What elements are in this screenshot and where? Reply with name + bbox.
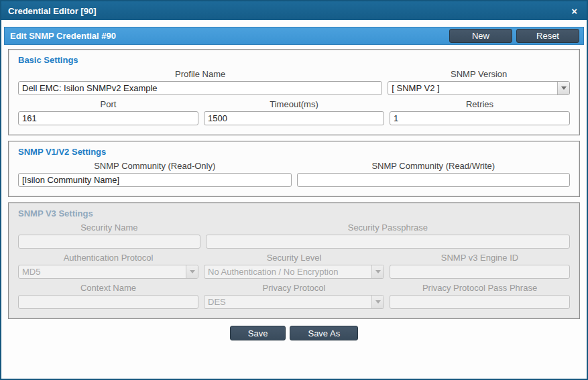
page-title: Edit SNMP Credential #90 — [10, 31, 116, 41]
profile-name-input[interactable] — [18, 81, 382, 95]
chevron-down-icon — [557, 82, 569, 94]
close-icon[interactable]: × — [569, 5, 580, 17]
community-ro-label: SNMP Community (Read-Only) — [18, 161, 292, 171]
header-buttons: New Reset — [449, 29, 579, 43]
v1v2-settings-row: SNMP Community (Read-Only) SNMP Communit… — [18, 161, 570, 187]
privacy-passphrase-field: Privacy Protocol Pass Phrase — [390, 283, 570, 309]
timeout-label: Timeout(ms) — [204, 99, 384, 109]
security-name-label: Security Name — [18, 223, 200, 233]
security-passphrase-input — [206, 235, 570, 249]
engine-id-input — [390, 265, 570, 279]
v3-settings-row-3: Context Name Privacy Protocol DES Privac… — [18, 283, 570, 309]
security-level-field: Security Level No Authentication / No En… — [204, 253, 384, 279]
retries-label: Retries — [390, 99, 570, 109]
v1v2-settings-title: SNMP V1/V2 Settings — [18, 147, 570, 157]
timeout-input[interactable] — [204, 111, 384, 125]
retries-input[interactable] — [390, 111, 570, 125]
new-button[interactable]: New — [449, 29, 512, 43]
community-ro-input[interactable] — [18, 173, 292, 187]
context-name-input — [18, 295, 198, 309]
security-level-label: Security Level — [204, 253, 384, 263]
dialog-body: Basic Settings Profile Name SNMP Version… — [1, 45, 587, 379]
context-name-field: Context Name — [18, 283, 198, 309]
privacy-passphrase-input — [390, 295, 570, 309]
community-rw-field: SNMP Community (Read/Write) — [297, 161, 571, 187]
port-field: Port — [18, 99, 198, 125]
titlebar: Credential Editor [90] × — [1, 1, 587, 20]
snmp-version-select[interactable]: [ SNMP V2 ] — [388, 81, 570, 95]
snmp-version-field: SNMP Version [ SNMP V2 ] — [388, 69, 570, 95]
port-label: Port — [18, 99, 198, 109]
basic-settings-row-1: Profile Name SNMP Version [ SNMP V2 ] — [18, 69, 570, 95]
security-level-select: No Authentication / No Encryption — [204, 265, 384, 279]
privacy-protocol-field: Privacy Protocol DES — [204, 283, 384, 309]
header-bar: Edit SNMP Credential #90 New Reset — [4, 27, 584, 45]
chevron-down-icon — [371, 296, 384, 308]
context-name-label: Context Name — [18, 283, 198, 293]
port-input[interactable] — [18, 111, 198, 125]
privacy-protocol-select: DES — [204, 295, 384, 309]
privacy-passphrase-label: Privacy Protocol Pass Phrase — [390, 283, 570, 293]
security-name-input — [18, 235, 200, 249]
v3-settings-section: SNMP V3 Settings Security Name Security … — [8, 202, 580, 319]
security-name-field: Security Name — [18, 223, 200, 249]
snmp-version-label: SNMP Version — [388, 69, 570, 79]
community-rw-input[interactable] — [297, 173, 571, 187]
basic-settings-title: Basic Settings — [18, 55, 570, 65]
snmp-version-value: [ SNMP V2 ] — [388, 83, 443, 93]
engine-id-label: SNMP v3 Engine ID — [390, 253, 570, 263]
timeout-field: Timeout(ms) — [204, 99, 384, 125]
profile-name-field: Profile Name — [18, 69, 382, 95]
v3-settings-row-2: Authentication Protocol MD5 Security Lev… — [18, 253, 570, 279]
security-passphrase-field: Security Passphrase — [206, 223, 570, 249]
footer-buttons: Save Save As — [8, 324, 580, 350]
chevron-down-icon — [186, 265, 198, 278]
privacy-protocol-value: DES — [204, 297, 229, 307]
credential-editor-window: Credential Editor [90] × Edit SNMP Crede… — [0, 0, 588, 380]
v1v2-settings-section: SNMP V1/V2 Settings SNMP Community (Read… — [8, 141, 580, 197]
save-as-button[interactable]: Save As — [290, 326, 358, 340]
community-ro-field: SNMP Community (Read-Only) — [18, 161, 292, 187]
profile-name-label: Profile Name — [18, 69, 382, 79]
save-button[interactable]: Save — [230, 326, 286, 340]
privacy-protocol-label: Privacy Protocol — [204, 283, 384, 293]
basic-settings-row-2: Port Timeout(ms) Retries — [18, 99, 570, 125]
engine-id-field: SNMP v3 Engine ID — [390, 253, 570, 279]
security-level-value: No Authentication / No Encryption — [204, 267, 341, 277]
chevron-down-icon — [371, 265, 384, 278]
reset-button[interactable]: Reset — [516, 29, 579, 43]
security-passphrase-label: Security Passphrase — [206, 223, 570, 233]
auth-protocol-select: MD5 — [18, 265, 198, 279]
retries-field: Retries — [390, 99, 570, 125]
v3-settings-title: SNMP V3 Settings — [18, 208, 570, 218]
community-rw-label: SNMP Community (Read/Write) — [297, 161, 571, 171]
v3-settings-row-1: Security Name Security Passphrase — [18, 223, 570, 249]
basic-settings-section: Basic Settings Profile Name SNMP Version… — [8, 49, 580, 135]
auth-protocol-label: Authentication Protocol — [18, 253, 198, 263]
auth-protocol-value: MD5 — [19, 267, 44, 277]
window-title: Credential Editor [90] — [8, 6, 96, 16]
auth-protocol-field: Authentication Protocol MD5 — [18, 253, 198, 279]
